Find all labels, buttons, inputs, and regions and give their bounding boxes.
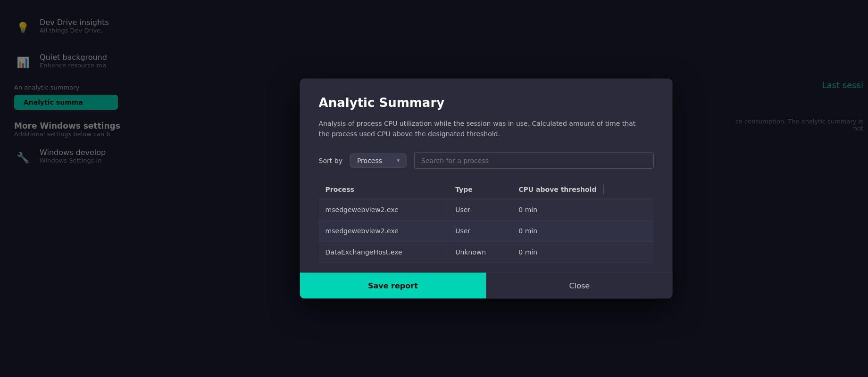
row1-process: msedgewebview2.exe (319, 199, 449, 220)
sort-value: Process (357, 156, 382, 164)
search-input[interactable] (421, 156, 647, 164)
col-divider (603, 184, 603, 194)
modal-footer: Save report Close (300, 272, 673, 298)
col-type: Type (449, 180, 512, 199)
analytic-summary-modal: Analytic Summary Analysis of process CPU… (300, 79, 673, 299)
save-report-button[interactable]: Save report (300, 272, 486, 298)
process-table: Process Type CPU above threshold msedgew… (319, 180, 654, 262)
close-button[interactable]: Close (486, 272, 673, 298)
sort-label: Sort by (319, 156, 342, 164)
table-row: msedgewebview2.exe User 0 min (319, 220, 654, 241)
modal-content: Analytic Summary Analysis of process CPU… (300, 79, 673, 272)
controls-row: Sort by Process ▾ (319, 152, 654, 168)
modal-description: Analysis of process CPU utilization whil… (319, 118, 640, 139)
col-cpu: CPU above threshold (512, 180, 653, 199)
table-body: msedgewebview2.exe User 0 min msedgewebv… (319, 199, 654, 262)
modal-title: Analytic Summary (319, 96, 654, 110)
row2-process: msedgewebview2.exe (319, 220, 449, 241)
col-cpu-label: CPU above threshold (518, 185, 596, 193)
row3-cpu: 0 min (512, 241, 653, 262)
table-row: msedgewebview2.exe User 0 min (319, 199, 654, 220)
search-box[interactable] (414, 152, 654, 168)
row3-process: DataExchangeHost.exe (319, 241, 449, 262)
row1-cpu: 0 min (512, 199, 653, 220)
table-row: DataExchangeHost.exe Unknown 0 min (319, 241, 654, 262)
table-header-row: Process Type CPU above threshold (319, 180, 654, 199)
row1-type: User (449, 199, 512, 220)
row2-type: User (449, 220, 512, 241)
col-process: Process (319, 180, 449, 199)
chevron-down-icon: ▾ (397, 157, 400, 164)
sort-dropdown[interactable]: Process ▾ (350, 153, 407, 167)
row2-cpu: 0 min (512, 220, 653, 241)
row3-type: Unknown (449, 241, 512, 262)
table-header: Process Type CPU above threshold (319, 180, 654, 199)
